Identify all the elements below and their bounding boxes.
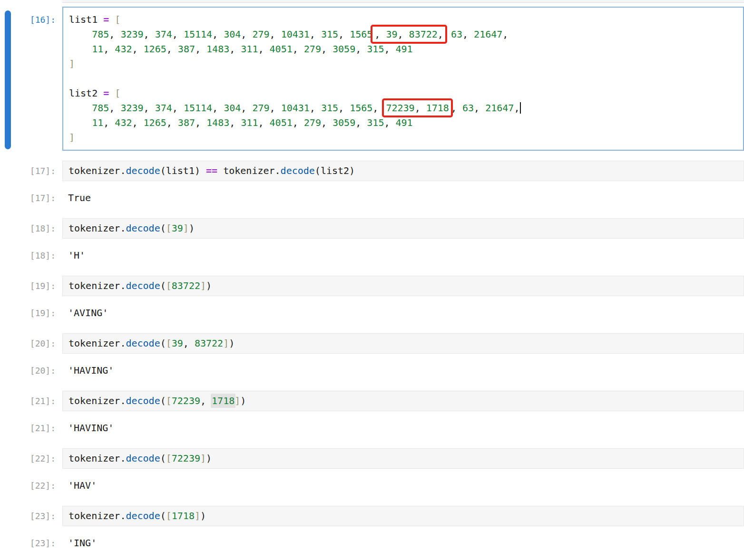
code-line: 785, 3239, 374, 15114, 304, 279, 10431, … bbox=[69, 101, 737, 116]
code-token: == bbox=[206, 165, 217, 176]
code-cell: [17]: tokenizer.decode(list1) == tokeniz… bbox=[0, 161, 744, 181]
code-token: tokenizer bbox=[69, 280, 120, 291]
code-token: decode bbox=[126, 222, 160, 234]
code-token: . bbox=[120, 280, 126, 291]
code-token: 785 bbox=[92, 29, 109, 40]
code-token: 374 bbox=[155, 29, 172, 40]
code-token: . bbox=[120, 395, 126, 406]
code-token: 304 bbox=[224, 29, 241, 40]
code-token: [ bbox=[115, 14, 120, 25]
code-token: ( bbox=[160, 338, 166, 349]
code-token: , bbox=[144, 29, 155, 40]
code-token: 1718 bbox=[426, 102, 449, 114]
code-cell: [18]: tokenizer.decode([39]) bbox=[0, 218, 744, 239]
code-token: tokenizer bbox=[223, 165, 274, 176]
code-token: , bbox=[212, 102, 224, 114]
code-token: 491 bbox=[396, 117, 413, 128]
code-token: [ bbox=[166, 338, 172, 349]
code-token: , bbox=[384, 43, 395, 55]
code-token: ( bbox=[160, 222, 166, 234]
code-token: 72239 bbox=[172, 395, 200, 406]
input-prompt: [22]: bbox=[0, 448, 62, 466]
code-token: , bbox=[103, 43, 115, 55]
code-token: 432 bbox=[115, 117, 132, 128]
code-token: 315 bbox=[321, 102, 338, 114]
output-prompt: [19]: bbox=[0, 306, 62, 320]
code-line: 785, 3239, 374, 15114, 304, 279, 10431, … bbox=[69, 27, 737, 42]
code-token bbox=[69, 102, 92, 114]
code-editor[interactable]: tokenizer.decode([83722]) bbox=[62, 276, 744, 296]
code-token: 1565 bbox=[350, 102, 372, 114]
code-token: tokenizer bbox=[69, 510, 120, 521]
code-token: 374 bbox=[155, 102, 172, 114]
code-token: 83722 bbox=[172, 280, 200, 291]
output-prompt: [22]: bbox=[0, 478, 62, 493]
code-editor[interactable]: list1 = [ 785, 3239, 374, 15114, 304, 27… bbox=[62, 7, 744, 151]
code-token: list1 bbox=[166, 165, 195, 176]
code-token: , bbox=[293, 117, 304, 128]
code-line: tokenizer.decode([39, 83722]) bbox=[69, 336, 738, 351]
code-token: , bbox=[374, 29, 386, 40]
output-prompt: [23]: bbox=[0, 536, 62, 550]
code-token: ] bbox=[183, 222, 189, 234]
code-token: , bbox=[172, 29, 184, 40]
code-token bbox=[69, 117, 92, 128]
code-token: , bbox=[241, 102, 252, 114]
code-token: ] bbox=[69, 132, 75, 143]
code-token: 10431 bbox=[281, 29, 310, 40]
code-token: [ bbox=[166, 453, 172, 464]
code-editor[interactable]: tokenizer.decode([39, 83722]) bbox=[62, 333, 744, 354]
code-editor[interactable]: tokenizer.decode([39]) bbox=[62, 218, 744, 239]
code-token: decode bbox=[126, 395, 160, 406]
code-token: , bbox=[310, 102, 321, 114]
code-token: 3239 bbox=[120, 102, 143, 114]
code-token: , bbox=[229, 43, 241, 55]
code-cell: [22]: tokenizer.decode([72239]) bbox=[0, 448, 744, 469]
code-editor[interactable]: tokenizer.decode(list1) == tokenizer.dec… bbox=[62, 161, 744, 181]
code-editor[interactable]: tokenizer.decode([72239, 1718]) bbox=[62, 391, 744, 411]
code-token: , bbox=[144, 102, 155, 114]
code-token: , bbox=[438, 29, 443, 40]
code-token: ) bbox=[349, 165, 355, 176]
code-token bbox=[109, 14, 115, 25]
code-token: ( bbox=[160, 510, 166, 521]
code-editor[interactable]: tokenizer.decode([72239]) bbox=[62, 448, 744, 469]
code-token bbox=[98, 87, 103, 99]
code-token: list2 bbox=[69, 87, 98, 99]
code-token: , bbox=[258, 117, 269, 128]
cell-collapser[interactable] bbox=[5, 10, 11, 149]
code-token: 491 bbox=[396, 43, 413, 55]
code-cell: [23]: tokenizer.decode([1718]) bbox=[0, 506, 744, 526]
output-text: 'HAVING' bbox=[68, 363, 114, 378]
code-token: 4051 bbox=[270, 43, 293, 55]
code-token: , bbox=[229, 117, 241, 128]
code-token: 10431 bbox=[281, 102, 310, 114]
code-editor[interactable]: tokenizer.decode([1718]) bbox=[62, 506, 744, 526]
code-token: [ bbox=[166, 395, 172, 406]
code-line: tokenizer.decode([1718]) bbox=[69, 509, 738, 523]
code-token: decode bbox=[126, 165, 160, 176]
code-token: ) bbox=[200, 510, 206, 521]
code-line: 11, 432, 1265, 387, 1483, 311, 4051, 279… bbox=[69, 42, 737, 57]
code-line: tokenizer.decode([72239, 1718]) bbox=[69, 394, 738, 408]
code-token bbox=[69, 43, 92, 55]
code-token: ) bbox=[195, 165, 200, 176]
code-token bbox=[200, 165, 206, 176]
code-token: , bbox=[183, 338, 195, 349]
output-text: 'HAVING' bbox=[68, 421, 114, 435]
code-token: , bbox=[355, 117, 367, 128]
code-token: 4051 bbox=[270, 117, 293, 128]
code-line: tokenizer.decode(list1) == tokenizer.dec… bbox=[69, 164, 738, 178]
code-token: 387 bbox=[178, 43, 195, 55]
code-token: decode bbox=[126, 510, 160, 521]
code-token: 1483 bbox=[206, 117, 229, 128]
code-token: , bbox=[166, 43, 178, 55]
code-token: ) bbox=[206, 280, 212, 291]
code-token: list1 bbox=[69, 14, 98, 25]
output-prompt: [18]: bbox=[0, 248, 62, 263]
code-token: , bbox=[321, 117, 333, 128]
input-prompt: [20]: bbox=[0, 333, 62, 351]
code-line: ] bbox=[69, 130, 737, 145]
code-token: = bbox=[103, 14, 109, 25]
output-prompt: [21]: bbox=[0, 421, 62, 435]
